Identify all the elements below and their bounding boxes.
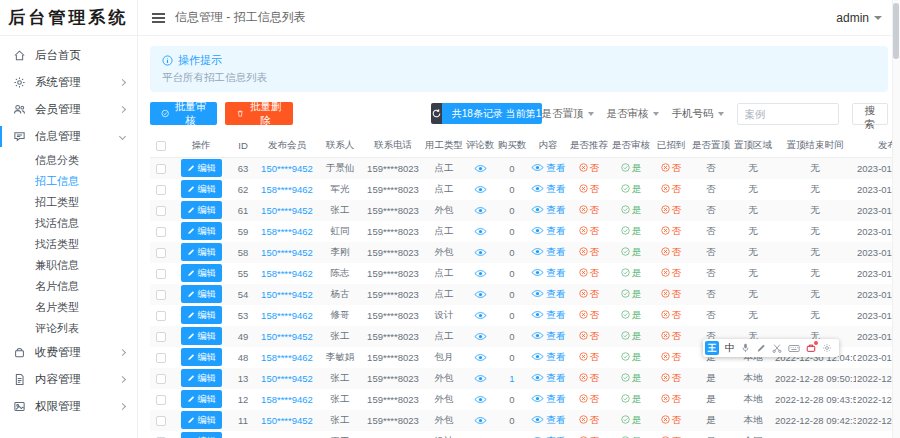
cell-comments[interactable]: [464, 221, 496, 242]
row-checkbox[interactable]: [156, 269, 166, 279]
edit-button[interactable]: 编辑: [181, 369, 222, 387]
cell-view-content[interactable]: 查看: [528, 368, 568, 389]
row-checkbox[interactable]: [156, 311, 166, 321]
edit-button[interactable]: 编辑: [181, 306, 222, 324]
sidebar-subitem-6[interactable]: 名片信息: [0, 276, 137, 297]
cell-member-phone[interactable]: 150****9452: [256, 326, 318, 347]
gear-icon[interactable]: [822, 343, 832, 353]
edit-button[interactable]: 编辑: [181, 201, 222, 219]
row-checkbox[interactable]: [156, 395, 166, 405]
row-checkbox[interactable]: [156, 374, 166, 384]
cell-view-content[interactable]: 查看: [528, 389, 568, 410]
filter-select-2[interactable]: 手机号码: [672, 107, 724, 121]
cell-member-phone[interactable]: 158****9462: [256, 179, 318, 200]
cell-member-phone[interactable]: 150****9452: [256, 158, 318, 179]
edit-button[interactable]: 编辑: [181, 327, 222, 345]
refresh-button[interactable]: [431, 103, 442, 124]
cell-member-phone[interactable]: 150****9452: [256, 368, 318, 389]
sidebar-subitem-3[interactable]: 找活信息: [0, 213, 137, 234]
user-menu[interactable]: admin: [836, 0, 900, 35]
row-checkbox[interactable]: [156, 185, 166, 195]
row-checkbox[interactable]: [156, 353, 166, 363]
toolbox-icon[interactable]: [806, 343, 816, 353]
cell-view-content[interactable]: 查看: [528, 221, 568, 242]
cell-member-phone[interactable]: 150****9452: [256, 242, 318, 263]
keyboard-icon[interactable]: [788, 344, 800, 353]
cell-member-phone[interactable]: 158****9462: [256, 221, 318, 242]
cell-view-content[interactable]: 查看: [528, 179, 568, 200]
page-scrollbar[interactable]: [892, 0, 900, 438]
cell-member-phone[interactable]: 158****9462: [256, 431, 318, 438]
cell-comments[interactable]: [464, 347, 496, 368]
edit-button[interactable]: 编辑: [181, 285, 222, 303]
cell-member-phone[interactable]: 158****9462: [256, 305, 318, 326]
cell-comments[interactable]: [464, 431, 496, 438]
select-all-checkbox[interactable]: [156, 141, 166, 151]
row-checkbox[interactable]: [156, 290, 166, 300]
row-checkbox[interactable]: [156, 416, 166, 426]
sidebar-item-4[interactable]: 收费管理: [0, 339, 137, 366]
sidebar-item-1[interactable]: 系统管理: [0, 69, 137, 96]
scissors-icon[interactable]: [772, 343, 782, 353]
edit-button[interactable]: 编辑: [181, 411, 222, 429]
cell-view-content[interactable]: 查看: [528, 410, 568, 431]
sidebar-item-5[interactable]: 内容管理: [0, 366, 137, 393]
cell-comments[interactable]: [464, 242, 496, 263]
cell-member-phone[interactable]: 158****9462: [256, 263, 318, 284]
cell-view-content[interactable]: 查看: [528, 431, 568, 438]
sidebar-subitem-4[interactable]: 找活类型: [0, 234, 137, 255]
row-checkbox[interactable]: [156, 227, 166, 237]
edit-button[interactable]: 编辑: [181, 432, 222, 438]
cell-member-phone[interactable]: 158****9462: [256, 389, 318, 410]
cell-view-content[interactable]: 查看: [528, 242, 568, 263]
edit-button[interactable]: 编辑: [181, 159, 222, 177]
cell-comments[interactable]: [464, 326, 496, 347]
cell-member-phone[interactable]: 158****9462: [256, 347, 318, 368]
row-checkbox[interactable]: [156, 248, 166, 258]
edit-button[interactable]: 编辑: [181, 243, 222, 261]
search-button[interactable]: 搜索: [852, 103, 889, 125]
mic-icon[interactable]: [741, 343, 750, 353]
ime-logo-icon[interactable]: 王: [705, 341, 719, 355]
filter-select-0[interactable]: 是否置顶: [542, 107, 594, 121]
sidebar-subitem-1[interactable]: 招工信息: [0, 171, 137, 192]
search-input[interactable]: [737, 103, 839, 125]
ime-toolbar[interactable]: 王 中: [703, 339, 839, 357]
hamburger-menu-icon[interactable]: [152, 13, 165, 23]
sidebar-subitem-5[interactable]: 兼职信息: [0, 255, 137, 276]
cell-member-phone[interactable]: 150****9452: [256, 200, 318, 221]
cell-view-content[interactable]: 查看: [528, 347, 568, 368]
edit-button[interactable]: 编辑: [181, 348, 222, 366]
cell-view-content[interactable]: 查看: [528, 200, 568, 221]
edit-button[interactable]: 编辑: [181, 264, 222, 282]
sidebar-subitem-2[interactable]: 招工类型: [0, 192, 137, 213]
cell-comments[interactable]: [464, 200, 496, 221]
cell-view-content[interactable]: 查看: [528, 305, 568, 326]
cell-comments[interactable]: [464, 284, 496, 305]
cell-view-content[interactable]: 查看: [528, 158, 568, 179]
row-checkbox[interactable]: [156, 332, 166, 342]
edit-button[interactable]: 编辑: [181, 390, 222, 408]
filter-select-1[interactable]: 是否审核: [607, 107, 659, 121]
cell-view-content[interactable]: 查看: [528, 263, 568, 284]
cell-comments[interactable]: [464, 389, 496, 410]
ime-mode-toggle[interactable]: 中: [725, 341, 735, 355]
edit-button[interactable]: 编辑: [181, 180, 222, 198]
batch-approve-button[interactable]: 批量审核: [150, 102, 217, 125]
sidebar-subitem-0[interactable]: 信息分类: [0, 150, 137, 171]
sidebar-subitem-8[interactable]: 评论列表: [0, 318, 137, 339]
sidebar-item-3[interactable]: 信息管理: [0, 123, 137, 150]
cell-comments[interactable]: [464, 158, 496, 179]
cell-comments[interactable]: [464, 263, 496, 284]
cell-member-phone[interactable]: 150****9452: [256, 284, 318, 305]
sidebar-item-0[interactable]: 后台首页: [0, 42, 137, 69]
cell-comments[interactable]: [464, 179, 496, 200]
cell-comments[interactable]: [464, 410, 496, 431]
batch-delete-button[interactable]: 批量删除: [225, 102, 292, 125]
cell-view-content[interactable]: 查看: [528, 284, 568, 305]
sidebar-item-2[interactable]: 会员管理: [0, 96, 137, 123]
cell-comments[interactable]: [464, 368, 496, 389]
sidebar-subitem-7[interactable]: 名片类型: [0, 297, 137, 318]
edit-button[interactable]: 编辑: [181, 222, 222, 240]
cell-member-phone[interactable]: 150****9452: [256, 410, 318, 431]
